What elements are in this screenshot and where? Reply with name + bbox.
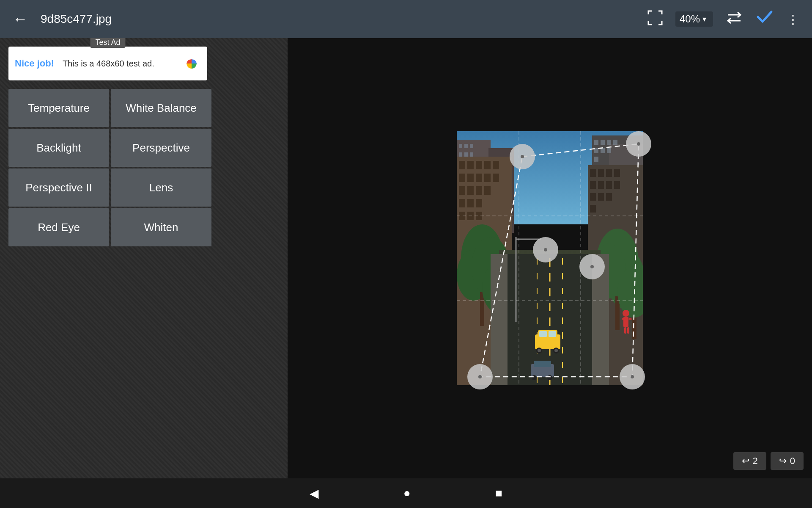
filter-grid: Temperature White Balance Backlight Pers…	[8, 89, 211, 246]
filter-perspective-ii[interactable]: Perspective II	[8, 168, 109, 207]
swap-button[interactable]	[726, 11, 743, 27]
svg-rect-21	[594, 157, 598, 162]
svg-rect-9	[459, 152, 462, 157]
ad-text: This is a 468x60 test ad.	[63, 59, 182, 69]
filter-temperature[interactable]: Temperature	[8, 89, 109, 127]
svg-rect-31	[484, 174, 491, 182]
confirm-button[interactable]	[755, 8, 774, 30]
svg-rect-8	[470, 144, 473, 148]
left-panel: Test Ad Nice job! This is a 468x60 test …	[0, 38, 288, 478]
svg-rect-47	[614, 169, 620, 177]
handle-bottom-right[interactable]	[620, 364, 645, 389]
handle-mid-left[interactable]	[533, 237, 558, 262]
svg-rect-93	[624, 327, 626, 334]
ad-nice-job: Nice job!	[15, 58, 54, 69]
svg-rect-10	[464, 152, 468, 157]
handle-top-right[interactable]	[626, 131, 651, 157]
redo-count: 0	[790, 456, 795, 467]
image-canvas[interactable]	[457, 131, 643, 385]
svg-rect-86	[534, 361, 551, 367]
svg-point-84	[554, 349, 558, 352]
svg-rect-80	[549, 331, 556, 337]
svg-rect-55	[590, 205, 596, 213]
svg-rect-92	[628, 318, 632, 320]
filter-lens[interactable]: Lens	[111, 168, 211, 207]
svg-point-87	[532, 375, 537, 380]
svg-point-88	[547, 375, 552, 380]
svg-rect-17	[613, 140, 617, 145]
svg-rect-20	[607, 148, 611, 153]
svg-rect-50	[606, 181, 612, 189]
svg-rect-16	[607, 140, 611, 145]
more-options-button[interactable]: ⋮	[787, 12, 799, 27]
ad-label: Test Ad	[90, 37, 125, 48]
back-button[interactable]: ←	[13, 10, 28, 28]
svg-rect-29	[467, 174, 474, 182]
svg-rect-19	[601, 148, 605, 153]
zoom-value: 40%	[680, 13, 700, 25]
svg-rect-26	[484, 161, 491, 169]
ad-banner: Test Ad Nice job! This is a 468x60 test …	[8, 47, 207, 80]
svg-rect-33	[459, 186, 465, 195]
undo-icon: ↩	[742, 456, 749, 467]
filter-perspective[interactable]: Perspective	[111, 129, 211, 167]
svg-rect-51	[614, 181, 620, 189]
svg-rect-11	[470, 152, 473, 157]
ad-logo	[182, 54, 201, 73]
filter-red-eye[interactable]: Red Eye	[8, 208, 109, 246]
svg-rect-24	[467, 161, 474, 169]
svg-rect-48	[590, 181, 596, 189]
redo-icon: ↪	[779, 456, 787, 467]
filter-whiten[interactable]: Whiten	[111, 208, 211, 246]
svg-rect-18	[594, 148, 598, 153]
zoom-chevron: ▾	[702, 14, 706, 24]
handle-bottom-left[interactable]	[467, 364, 493, 389]
main-content: Test Ad Nice job! This is a 468x60 test …	[0, 38, 812, 478]
handle-mid-center[interactable]	[579, 254, 605, 279]
undo-redo-controls: ↩ 2 ↪ 0	[733, 452, 804, 470]
svg-rect-49	[598, 181, 604, 189]
redo-button[interactable]: ↪ 0	[771, 452, 804, 470]
svg-point-83	[538, 349, 541, 352]
undo-count: 2	[753, 456, 758, 467]
svg-rect-14	[594, 140, 598, 145]
svg-rect-32	[493, 174, 499, 182]
handle-top-left[interactable]	[510, 144, 535, 169]
android-home-button[interactable]: ●	[403, 486, 411, 500]
svg-rect-90	[623, 317, 628, 327]
svg-rect-38	[467, 199, 474, 207]
svg-rect-54	[606, 193, 612, 201]
undo-button[interactable]: ↩ 2	[733, 452, 766, 470]
android-navbar: ◀ ● ■	[0, 478, 812, 508]
svg-point-89	[623, 310, 629, 317]
image-edit-area: ↩ 2 ↪ 0	[288, 38, 812, 478]
fullscreen-button[interactable]	[647, 10, 663, 28]
svg-rect-6	[459, 144, 462, 148]
file-title: 9d85c477.jpg	[41, 12, 647, 26]
svg-rect-37	[459, 199, 465, 207]
svg-rect-28	[459, 174, 465, 182]
toolbar-actions: 40% ▾ ⋮	[647, 8, 799, 30]
android-recents-button[interactable]: ■	[495, 486, 502, 500]
svg-rect-23	[459, 161, 465, 169]
svg-rect-45	[598, 169, 604, 177]
filter-backlight[interactable]: Backlight	[8, 129, 109, 167]
zoom-control[interactable]: 40% ▾	[675, 11, 713, 27]
top-toolbar: ← 9d85c477.jpg 40% ▾ ⋮	[0, 0, 812, 38]
svg-rect-44	[590, 169, 596, 177]
svg-rect-53	[598, 193, 604, 201]
svg-rect-15	[601, 140, 605, 145]
svg-rect-91	[622, 318, 625, 320]
svg-rect-39	[476, 199, 482, 207]
svg-rect-7	[464, 144, 468, 148]
svg-rect-25	[476, 161, 482, 169]
svg-rect-35	[476, 186, 482, 195]
android-back-button[interactable]: ◀	[310, 486, 319, 500]
svg-rect-79	[539, 331, 547, 337]
svg-rect-27	[493, 161, 499, 169]
svg-rect-46	[606, 169, 612, 177]
svg-rect-52	[590, 193, 596, 201]
svg-rect-94	[627, 327, 629, 334]
svg-rect-73	[491, 254, 508, 385]
filter-white-balance[interactable]: White Balance	[111, 89, 211, 127]
